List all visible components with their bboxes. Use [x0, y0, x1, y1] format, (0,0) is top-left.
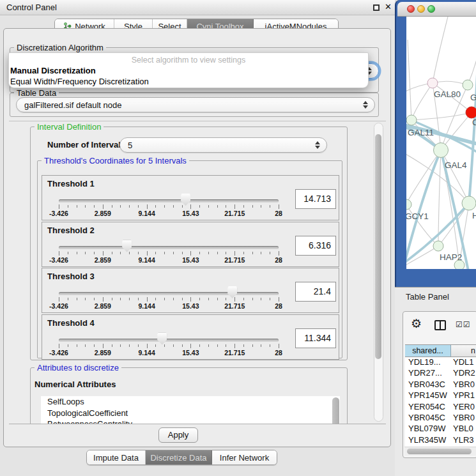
attribute-list-item[interactable]: BetweennessCentrality [41, 418, 340, 424]
network-node[interactable] [406, 115, 417, 125]
table-row[interactable]: YBL079WYBL0 [405, 424, 476, 434]
float-window-icon[interactable] [373, 4, 380, 11]
slider-tick [199, 205, 200, 208]
network-node[interactable] [427, 78, 438, 88]
threshold-slider-knob[interactable] [157, 333, 167, 345]
table-row[interactable]: YDL19...YDL1 [405, 357, 476, 368]
slider-tick [226, 344, 226, 347]
threshold-slider-track[interactable] [59, 199, 279, 203]
close-traffic-light[interactable] [407, 5, 415, 13]
slider-tick [103, 344, 104, 348]
algorithm-option-equal-width[interactable]: Equal Width/Frequency Discretization [10, 77, 149, 86]
slider-tick-label: 2.859 [95, 256, 111, 264]
slider-tick [138, 298, 139, 300]
interval-definition-title: Interval Definition [35, 122, 104, 132]
network-node[interactable] [434, 143, 449, 158]
threshold-value-field[interactable]: 14.713 [295, 189, 336, 209]
algorithm-dropdown-popup: Select algorithm to view settings Manual… [8, 52, 369, 88]
slider-tick-label: 2.859 [95, 302, 111, 310]
slider-tick [138, 344, 139, 347]
network-node[interactable] [406, 199, 411, 210]
slider-tick [173, 252, 174, 254]
algorithm-option-manual[interactable]: Manual Discretization [10, 66, 96, 75]
slider-tick [147, 344, 148, 348]
slider-tick [120, 298, 121, 300]
numerical-attributes-label: Numerical Attributes [35, 380, 116, 389]
slider-tick [77, 344, 77, 347]
threshold-value-field[interactable]: 6.316 [295, 236, 336, 256]
threshold-slider-knob[interactable] [227, 286, 237, 298]
attributes-group-title: Attributes to discretize [35, 363, 121, 372]
apply-button[interactable]: Apply [158, 427, 198, 443]
threshold-label: Threshold 2 [47, 226, 95, 235]
network-node[interactable] [466, 107, 476, 118]
cell-shared-name: YBL079W [405, 424, 451, 434]
panel-scrollbar-thumb[interactable] [375, 134, 381, 359]
slider-tick [77, 205, 77, 208]
slider-tick [94, 252, 95, 254]
list-scrollbar-thumb[interactable] [332, 397, 339, 424]
slider-tick [208, 298, 209, 300]
table-horizontal-scrollbar[interactable] [404, 447, 476, 456]
slider-tick-label: 28 [275, 256, 282, 264]
slider-tick [155, 205, 156, 208]
threshold-slider-track[interactable] [59, 246, 279, 249]
slider-tick-label: -3.426 [49, 256, 68, 264]
slider-tick [85, 252, 86, 254]
number-of-intervals-combo[interactable]: 5 [119, 137, 327, 153]
table-row[interactable]: YER054CYER0 [405, 402, 476, 413]
slider-tick [234, 204, 235, 209]
slider-tick [217, 205, 218, 208]
network-node[interactable] [463, 80, 473, 90]
close-icon[interactable]: ✕ [385, 2, 392, 12]
network-node[interactable] [454, 260, 464, 269]
column-header-shared-name[interactable]: shared... [405, 345, 451, 357]
threshold-box: Threshold 4-3.4262.8599.14415.4321.71528… [42, 314, 339, 360]
slider-tick [243, 252, 244, 254]
tab-discretize-data[interactable]: Discretize Data [146, 450, 212, 464]
threshold-slider-knob[interactable] [122, 240, 132, 252]
column-header-name[interactable]: n [451, 345, 476, 357]
table-row[interactable]: YBR043CYBR0 [405, 380, 476, 390]
minimize-traffic-light[interactable] [417, 5, 425, 13]
cell-name: YER0 [451, 402, 476, 413]
slider-tick [120, 344, 121, 347]
network-node[interactable] [462, 196, 476, 210]
table-row[interactable]: YDR27...YDR2 [405, 368, 476, 379]
threshold-value-field[interactable]: 11.344 [295, 328, 336, 348]
slider-tick [85, 298, 86, 300]
table-row[interactable]: YLR345WYLR3 [405, 435, 476, 446]
slider-tick [261, 252, 261, 254]
split-columns-icon[interactable] [434, 320, 446, 330]
cell-shared-name: YPR145W [405, 390, 451, 401]
table-data-combo[interactable]: galFiltered.sif default node [16, 97, 375, 112]
slider-tick-label: 28 [275, 210, 282, 217]
slider-tick [279, 297, 279, 302]
slider-tick [103, 204, 104, 209]
network-node-label: C [472, 118, 476, 127]
slider-tick [243, 344, 244, 347]
attribute-list-item[interactable]: TopologicalCoefficient [41, 408, 340, 419]
tab-infer-network[interactable]: Infer Network [212, 450, 277, 464]
network-nodes[interactable]: GAL80GACGAL11GAL4GCY1HHAP2 [406, 78, 476, 269]
gear-icon[interactable]: ⚙ [411, 316, 422, 330]
table-hscrollbar-thumb[interactable] [407, 449, 472, 454]
table-row[interactable]: YPR145WYPR1 [405, 390, 476, 401]
tab-impute-data[interactable]: Impute Data [87, 450, 146, 464]
network-node[interactable] [433, 241, 443, 251]
slider-tick [138, 205, 139, 208]
threshold-slider-track[interactable] [59, 292, 279, 295]
threshold-slider-track[interactable] [59, 339, 279, 342]
attribute-list-item[interactable]: SelfLoops [41, 396, 340, 408]
threshold-slider-knob[interactable] [181, 194, 190, 206]
numerical-attributes-list[interactable]: SelfLoopsTopologicalCoefficientBetweenne… [41, 396, 340, 424]
threshold-value-field[interactable]: 21.4 [295, 282, 336, 302]
cell-name: YBR0 [451, 380, 476, 390]
zoom-traffic-light[interactable] [427, 5, 435, 13]
network-canvas[interactable]: GAL80GACGAL11GAL4GCY1HHAP2 [406, 17, 476, 269]
slider-tick [279, 204, 279, 209]
panel-scrollbar[interactable] [374, 123, 383, 422]
table-row[interactable]: YBR045CYBR0 [405, 413, 476, 424]
cell-shared-name: YLR345W [405, 435, 451, 446]
select-columns-checkboxes-icon[interactable]: ☑☑ [456, 320, 471, 329]
